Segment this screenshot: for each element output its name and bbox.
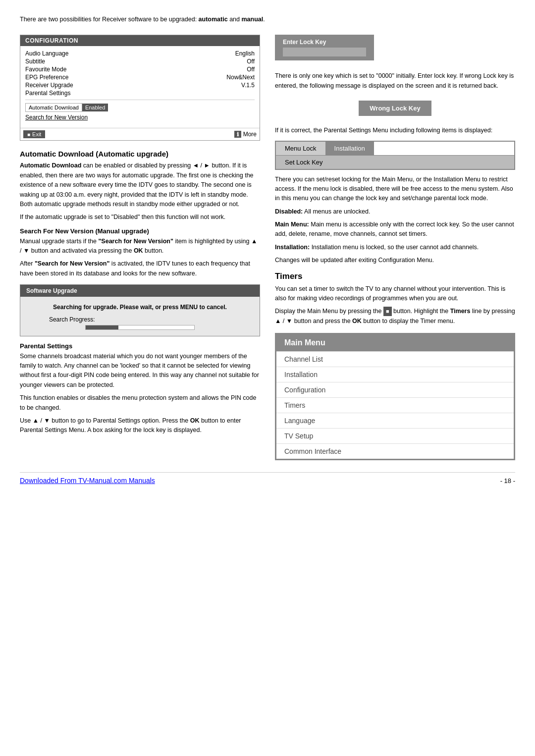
parental-row-top: Menu Lock Installation — [276, 142, 514, 155]
config-row-epg: EPG Preference Now&Next — [25, 74, 255, 81]
config-value-epg: Now&Next — [226, 74, 255, 81]
config-label-favourite: Favourite Mode — [25, 66, 66, 73]
installation-cell: Installation — [325, 142, 374, 155]
search-version-para2: After "Search for New Version" is activa… — [20, 259, 260, 278]
main-menu-item-common-interface: Common Interface — [276, 443, 514, 459]
config-row-receiver: Receiver Upgrade V.1.5 — [25, 82, 255, 89]
menu-icon: ■ — [27, 132, 30, 137]
upgrade-box: Software Upgrade Searching for upgrade. … — [20, 284, 260, 336]
config-auto-label: Automatic Download — [25, 103, 82, 112]
enter-lock-key-label: Enter Lock Key — [283, 39, 366, 46]
left-column: CONFIGURATION Audio Language English Sub… — [20, 28, 260, 460]
config-value-favourite: Off — [247, 66, 255, 73]
lock-key-input-area — [283, 48, 366, 56]
timers-para1: You can set a timer to switch the TV to … — [275, 284, 515, 304]
wrong-lock-key-container: Wrong Lock Key — [275, 96, 515, 121]
progress-label: Search Progress: — [49, 316, 231, 323]
search-version-heading: Search For New Version (Manual upgrade) — [20, 227, 260, 235]
main-menu-header: Main Menu — [276, 334, 514, 351]
upgrade-body: Searching for upgrade. Please wait, or p… — [20, 297, 260, 336]
lock-para1: There is only one key which is set to "0… — [275, 71, 515, 91]
upgrade-header: Software Upgrade — [20, 285, 260, 297]
config-header: CONFIGURATION — [20, 35, 260, 46]
config-row-audio: Audio Language English — [25, 50, 255, 57]
config-box: CONFIGURATION Audio Language English Sub… — [20, 35, 260, 141]
changes-text: Changes will be updated after exiting Co… — [275, 256, 515, 265]
main-menu-box: Main Menu Channel List Installation Conf… — [275, 333, 515, 460]
main-menu-item-tv-setup: TV Setup — [276, 428, 514, 443]
lock-para3: There you can set/reset locking for the … — [275, 175, 515, 204]
parental-heading: Parental Settings — [20, 342, 260, 350]
exit-label: Exit — [32, 131, 41, 137]
config-auto-value: Enabled — [82, 104, 108, 111]
config-auto-row: Automatic Download Enabled — [25, 103, 255, 112]
progress-bar-fill — [86, 325, 118, 329]
disabled-text: Disabled: All menus are unlocked. — [275, 207, 515, 216]
main-menu-text: Main Menu: Main menu is accessible only … — [275, 220, 515, 239]
config-value-audio: English — [235, 50, 255, 57]
footer-link[interactable]: Downloaded From TV-Manual.com Manuals — [20, 477, 155, 485]
search-version-para1: Manual upgrade starts if the "Search for… — [20, 237, 260, 256]
auto-download-heading: Automatic Download (Automatic upgrade) — [20, 150, 260, 158]
timers-heading: Timers — [275, 271, 515, 281]
page-footer: Downloaded From TV-Manual.com Manuals - … — [20, 472, 515, 485]
config-row-favourite: Favourite Mode Off — [25, 66, 255, 73]
auto-download-para1: Automatic Download can be enabled or dis… — [20, 161, 260, 209]
main-menu-item-timers: Timers — [276, 397, 514, 413]
enter-lock-key-container: Enter Lock Key — [275, 35, 515, 64]
config-row-parental: Parental Settings — [25, 90, 255, 97]
config-value-subtitle: Off — [247, 58, 255, 65]
more-label: More — [243, 131, 257, 138]
config-value-receiver: V.1.5 — [241, 82, 255, 89]
config-label-audio: Audio Language — [25, 50, 68, 57]
config-row-subtitle: Subtitle Off — [25, 58, 255, 65]
intro-text: There are two possibilities for Receiver… — [20, 15, 515, 24]
tv-button-icon: ■ — [383, 307, 392, 316]
menu-lock-cell: Menu Lock — [276, 142, 325, 155]
installation-text: Installation: Installation menu is locke… — [275, 243, 515, 252]
timers-para2: Display the Main Menu by pressing the ■ … — [275, 307, 515, 326]
right-column: Enter Lock Key There is only one key whi… — [275, 28, 515, 460]
config-label-receiver: Receiver Upgrade — [25, 82, 73, 89]
parental-para2: This function enables or disables the me… — [20, 393, 260, 413]
config-body: Audio Language English Subtitle Off Favo… — [20, 46, 260, 128]
page-number: - 18 - — [500, 477, 515, 485]
parental-para3: Use ▲ / ▼ button to go to Parental Setti… — [20, 416, 260, 435]
enter-lock-key-box: Enter Lock Key — [275, 35, 374, 60]
wrong-lock-key-box: Wrong Lock Key — [359, 101, 431, 116]
config-label-subtitle: Subtitle — [25, 58, 45, 65]
auto-download-para2: If the automatic upgrade is set to "Disa… — [20, 213, 260, 222]
config-footer: ■ Exit ℹ More — [20, 128, 260, 140]
progress-bar — [85, 325, 194, 330]
menu-exit-button[interactable]: ■ Exit — [23, 130, 45, 138]
upgrade-message: Searching for upgrade. Please wait, or p… — [26, 303, 254, 312]
lock-para2: If it is correct, the Parental Settings … — [275, 126, 515, 135]
set-lock-key-cell: Set Lock Key — [276, 155, 514, 169]
more-button[interactable]: ℹ More — [234, 131, 257, 138]
parental-para1: Some channels broadcast material which y… — [20, 352, 260, 390]
main-menu-item-language: Language — [276, 413, 514, 428]
main-menu-item-installation: Installation — [276, 367, 514, 382]
config-label-epg: EPG Preference — [25, 74, 68, 81]
parental-menu-table: Menu Lock Installation Set Lock Key — [275, 141, 515, 170]
main-menu-item-channel-list: Channel List — [276, 351, 514, 367]
config-search-row[interactable]: Search for New Version — [25, 114, 255, 121]
main-menu-item-configuration: Configuration — [276, 382, 514, 397]
info-icon: ℹ — [234, 131, 241, 138]
config-label-parental: Parental Settings — [25, 90, 70, 97]
